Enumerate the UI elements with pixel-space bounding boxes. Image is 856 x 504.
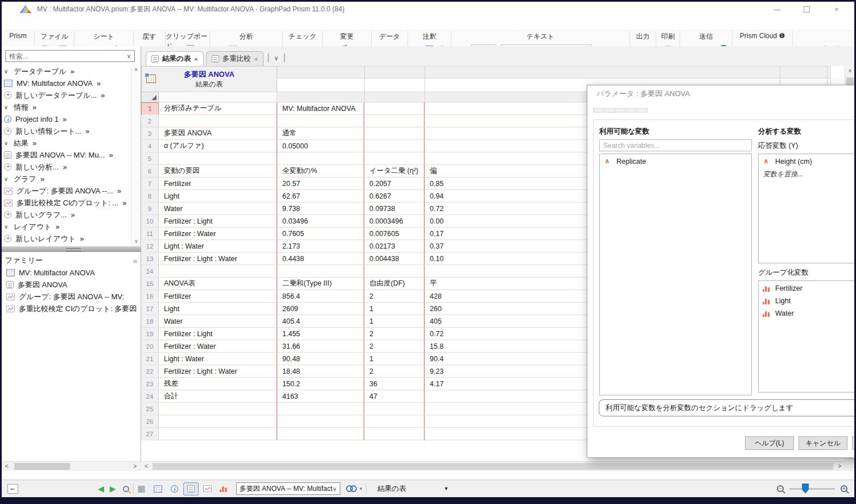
section-expand-icon[interactable]: » [122, 199, 126, 207]
cell-value1[interactable]: 0.03496 [277, 215, 364, 228]
sidebar-item[interactable]: 多要因 ANOVA -- MV: Mu... » [2, 149, 129, 161]
tab-list-icon[interactable]: ∨ [274, 55, 278, 62]
zoom-slider[interactable] [789, 488, 835, 490]
collapse-navigator-icon[interactable]: ⇐ [7, 484, 18, 494]
row-number[interactable]: 10 [141, 215, 159, 228]
cell-value2[interactable] [364, 265, 425, 278]
cell-value2[interactable]: 0.004438 [364, 253, 425, 265]
cell-value2[interactable]: 0.6267 [364, 190, 425, 203]
cell-value1[interactable]: 二乗和(Type III) [277, 278, 364, 290]
cell-value1[interactable]: 0.7605 [277, 228, 364, 240]
goto-data-table-button[interactable] [150, 482, 166, 495]
sidebar-item[interactable]: グループ: 多要因 ANOVA --... » [2, 185, 129, 197]
grouping-variables-list[interactable]: Fertilizer Light Water [758, 280, 854, 393]
dialog-tab[interactable] [636, 108, 648, 113]
row-number[interactable]: 5 [141, 152, 159, 165]
cell-value1[interactable]: 150.2 [277, 378, 364, 390]
cell-value1[interactable]: 2.173 [277, 240, 364, 253]
family-item[interactable]: グループ: 多要因 ANOVA -- MV: [2, 291, 141, 303]
cell-value1[interactable] [277, 403, 364, 415]
dialog-tab[interactable] [625, 108, 637, 113]
tab-results-table[interactable]: 結果の表 × [146, 51, 204, 66]
sidebar-item[interactable]: 情報 » [2, 101, 129, 113]
row-number[interactable]: 1 [141, 102, 159, 115]
cell-value2[interactable]: 2 [364, 340, 425, 353]
cell-factor[interactable]: 分析済みテーブル [159, 102, 277, 115]
cell-value2[interactable] [364, 127, 425, 140]
scroll-left-icon[interactable]: < [145, 463, 148, 469]
cell-factor[interactable]: Fertilizer [159, 290, 277, 303]
sheet-hscrollbar[interactable]: < > [141, 461, 845, 471]
goto-results-button[interactable] [183, 482, 199, 495]
section-expand-icon[interactable]: » [32, 103, 36, 111]
chevron-down-icon[interactable]: ∨ [127, 53, 134, 59]
cell-value2[interactable] [364, 415, 425, 428]
section-expand-icon[interactable]: » [133, 257, 137, 265]
section-expand-icon[interactable]: » [97, 79, 101, 88]
response-variable-list[interactable]: Height (cm) 変数を置換... [758, 154, 854, 263]
scroll-right-icon[interactable]: > [838, 463, 841, 469]
cell-value1[interactable]: 0.05000 [277, 140, 364, 152]
cell-factor[interactable]: 変動の要因 [159, 165, 277, 177]
cell-factor[interactable]: Fertilizer : Light [159, 215, 277, 228]
search-sheets-icon[interactable] [123, 486, 129, 492]
cell-value1[interactable] [277, 415, 364, 428]
close-tab-icon[interactable]: × [194, 56, 197, 63]
close-button[interactable]: × [833, 5, 841, 14]
scroll-right-icon[interactable]: > [133, 463, 137, 469]
cell-value1[interactable]: 4163 [277, 390, 364, 403]
dialog-titlebar[interactable]: パラメータ : 多要因 ANOVA × [587, 85, 854, 102]
cell-value2[interactable]: 1 [364, 315, 425, 328]
zoom-slider-thumb[interactable] [802, 484, 809, 494]
cell-factor[interactable]: Water [159, 315, 277, 328]
cell-value2[interactable] [364, 152, 425, 165]
sidebar-item[interactable]: データテーブル » [2, 65, 129, 77]
cell-factor[interactable]: Light [159, 190, 277, 203]
cell-value2[interactable] [364, 102, 425, 115]
available-variables-list[interactable]: Replicate [599, 154, 752, 395]
dialog-tab[interactable] [604, 108, 615, 113]
goto-graphs-button[interactable] [200, 482, 215, 495]
variable-search-input[interactable] [599, 139, 752, 151]
dialog-tab[interactable] [593, 108, 604, 113]
section-expand-icon[interactable]: » [71, 67, 75, 76]
goto-layouts-button[interactable] [216, 482, 232, 495]
scroll-thumb[interactable] [14, 463, 70, 470]
row-number[interactable]: 9 [141, 203, 159, 215]
sidebar-item[interactable]: Project info 1 » [2, 113, 129, 125]
section-expand-icon[interactable]: » [85, 127, 89, 135]
help-button[interactable]: ヘルプ(L) [745, 436, 794, 450]
section-expand-icon[interactable]: » [63, 163, 67, 171]
minimize-button[interactable]: — [773, 5, 781, 14]
sidebar-item[interactable]: 多重比較検定 CIのプロット: ... » [2, 197, 129, 209]
variable-item[interactable]: Water [760, 307, 854, 320]
cell-value2[interactable]: 2 [364, 328, 425, 340]
row-number[interactable]: 11 [141, 228, 159, 240]
cell-value2[interactable] [364, 140, 425, 152]
search-input[interactable] [6, 52, 127, 60]
cell-value1[interactable]: 通常 [277, 127, 364, 140]
cell-value2[interactable] [364, 115, 425, 127]
next-sheet-icon[interactable]: ▶ [110, 484, 116, 493]
cell-factor[interactable]: Water [159, 203, 277, 215]
cell-value1[interactable] [277, 152, 364, 165]
cell-value1[interactable] [277, 428, 364, 440]
tab-multiple-comparisons[interactable]: 多重比較 × [206, 51, 264, 66]
row-number[interactable]: 6 [141, 165, 159, 177]
cell-value2[interactable]: 自由度(DF) [364, 278, 425, 290]
select-all-corner[interactable] [141, 92, 159, 102]
row-number[interactable]: 2 [141, 115, 159, 127]
row-number[interactable]: 4 [141, 140, 159, 152]
row-number[interactable]: 16 [141, 290, 159, 303]
cell-value2[interactable]: 2 [364, 290, 425, 303]
section-expand-icon[interactable]: » [80, 234, 84, 243]
section-expand-icon[interactable]: » [40, 175, 44, 183]
section-expand-icon[interactable]: » [109, 151, 113, 159]
close-tab-icon[interactable]: × [254, 56, 258, 63]
row-number[interactable]: 7 [141, 177, 159, 190]
row-number[interactable]: 3 [141, 127, 159, 140]
sidebar-item[interactable]: グラフ » [2, 173, 129, 185]
section-expand-icon[interactable]: » [63, 115, 67, 123]
cell-value1[interactable]: 1.455 [277, 328, 364, 340]
variable-item[interactable]: Light [760, 295, 854, 307]
